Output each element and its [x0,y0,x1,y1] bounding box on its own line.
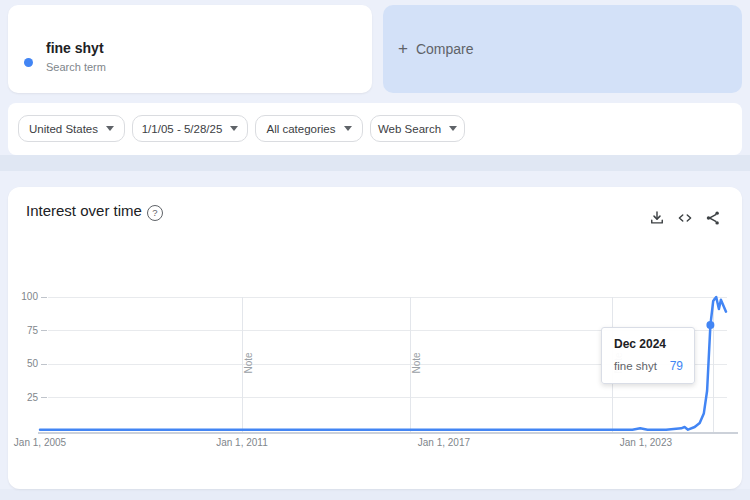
compare-label: Compare [416,41,474,57]
category-filter-dropdown[interactable]: All categories [255,115,363,142]
share-icon[interactable] [704,209,722,227]
search-type-filter-dropdown[interactable]: Web Search [370,115,465,142]
chart-tooltip: Dec 2024 fine shyt 79 [601,327,695,384]
time-range-filter-label: 1/1/05 - 5/28/25 [142,123,223,135]
chart-title: Interest over time [26,202,142,219]
help-icon[interactable]: ? [147,205,163,221]
chevron-down-icon [449,126,457,131]
chevron-down-icon [344,126,352,131]
search-type-filter-label: Web Search [378,123,441,135]
chart-actions-toolbar [648,209,722,227]
region-filter-dropdown[interactable]: United States [18,115,125,142]
plus-icon: + [398,39,408,59]
search-term-card[interactable]: fine shyt Search term [8,5,372,93]
embed-code-icon[interactable] [676,209,694,227]
search-term-text: fine shyt [46,40,104,56]
add-comparison-button[interactable]: + Compare [383,5,742,93]
page-bottom-background [0,489,750,500]
chevron-down-icon [230,126,238,131]
time-range-filter-dropdown[interactable]: 1/1/05 - 5/28/25 [132,115,248,142]
tooltip-date: Dec 2024 [614,337,682,351]
series-color-dot-icon [24,58,33,67]
region-filter-label: United States [29,123,98,135]
search-term-type-label: Search term [46,61,106,73]
filter-bar: United States 1/1/05 - 5/28/25 All categ… [8,103,742,155]
google-trends-page: fine shyt Search term + Compare United S… [0,0,750,500]
chevron-down-icon [106,126,114,131]
tooltip-series-name: fine shyt [614,360,657,372]
page-band-divider [0,155,750,171]
category-filter-label: All categories [266,123,335,135]
tooltip-value: 79 [670,359,683,373]
tooltip-row: fine shyt 79 [614,359,683,373]
download-icon[interactable] [648,209,666,227]
